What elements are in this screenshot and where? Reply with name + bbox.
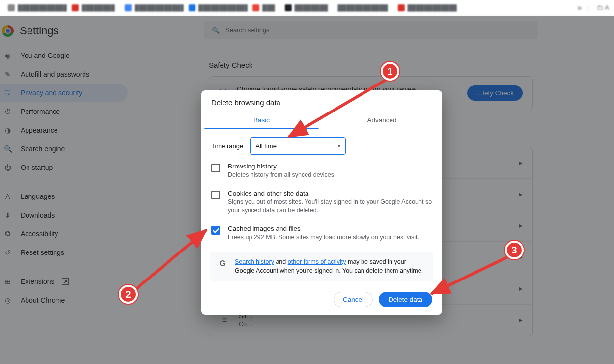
browser-tab[interactable]: ███ [248,2,280,13]
tab-overflow-icon[interactable]: » [577,3,580,12]
checkbox-browsing-history[interactable] [211,164,220,172]
option-sub: Frees up 292 MB. Some sites may load mor… [228,233,432,242]
option-cached[interactable]: Cached images and files Frees up 292 MB.… [201,220,442,247]
checkbox-cookies[interactable] [211,191,220,199]
search-history-link[interactable]: Search history [235,258,274,265]
browser-tab[interactable]: ████████████ [333,2,393,13]
chevron-down-icon: ▾ [338,143,340,149]
dialog-title: Delete browsing data [201,90,442,112]
signed-in-info-box: G Search history and other forms of acti… [210,252,433,281]
browser-tab[interactable]: ████████████ [3,2,67,13]
option-sub: Deletes history from all synced devices [228,171,432,180]
dialog-tabs: Basic Advanced [201,112,442,129]
tab-advanced[interactable]: Advanced [322,112,442,129]
cancel-button[interactable]: Cancel [334,292,373,307]
option-browsing-history[interactable]: Browsing history Deletes history from al… [201,158,442,185]
browser-tab[interactable]: ████████ [67,2,120,13]
time-range-select[interactable]: All time ▾ [250,137,346,155]
time-range-label: Time range [211,142,243,150]
other-activity-link[interactable]: other forms of activity [288,258,346,265]
browser-tab[interactable]: ████████ [280,2,333,13]
option-title: Browsing history [228,163,432,170]
option-cookies[interactable]: Cookies and other site data Signs you ou… [201,185,442,220]
option-title: Cached images and files [228,225,432,232]
delete-data-button[interactable]: Delete data [379,292,432,307]
option-title: Cookies and other site data [228,190,432,197]
time-range-row: Time range All time ▾ [201,129,442,158]
bookmarks-folder[interactable]: 🗀 A [597,4,609,11]
browser-tab[interactable]: ████████████ [184,2,248,13]
delete-browsing-data-dialog: Delete browsing data Basic Advanced Time… [201,90,442,315]
checkbox-cached[interactable] [211,226,220,235]
browser-tab[interactable]: ████████████ [393,2,457,13]
tab-basic[interactable]: Basic [201,112,322,129]
browser-tab[interactable]: ████████████ [120,2,184,13]
time-range-value: All time [255,142,277,150]
option-sub: Signs you out of most sites. You'll stay… [228,198,432,215]
dialog-actions: Cancel Delete data [201,283,442,311]
browser-tabstrip: ████████████ ████████ ████████████ █████… [0,0,614,16]
google-g-icon: G [217,258,228,269]
